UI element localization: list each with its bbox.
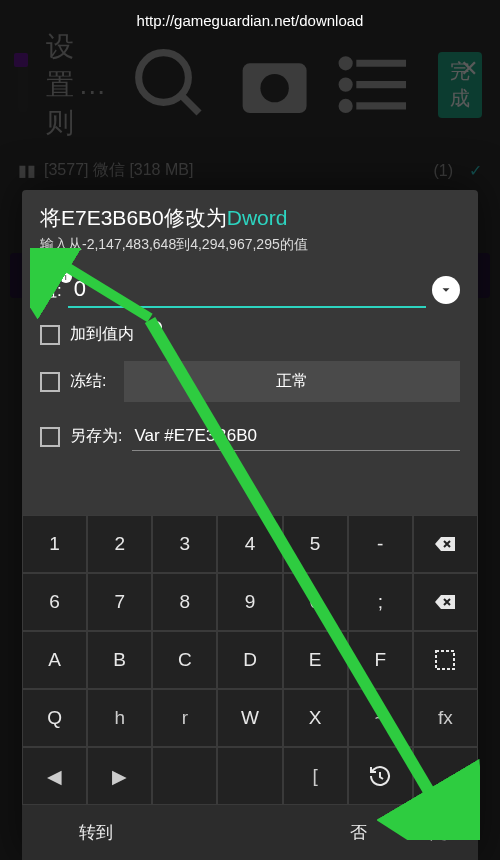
no-button[interactable]: 否: [318, 805, 398, 860]
chevron-down-icon: [439, 283, 453, 297]
key-r[interactable]: r: [152, 689, 217, 747]
info-icon: i: [150, 321, 162, 333]
key-w[interactable]: W: [217, 689, 282, 747]
dialog-title: 将E7E3B6B0修改为Dword: [40, 204, 460, 232]
key-b[interactable]: B: [87, 631, 152, 689]
svg-point-7: [342, 60, 349, 67]
value-input[interactable]: [68, 272, 426, 308]
svg-rect-15: [436, 651, 454, 669]
svg-point-9: [342, 103, 349, 110]
keypad: 12345-67890;ABCDEFQhrWX~fx◀▶[ 转到 否 是: [22, 515, 478, 860]
bg-title: 设置…则: [46, 28, 110, 142]
add-to-value-checkbox[interactable]: [40, 325, 60, 345]
freeze-label: 冻结:: [70, 371, 106, 392]
info-icon: i: [60, 271, 72, 283]
edit-value-dialog: 将E7E3B6B0修改为Dword 输入从-2,147,483,648到4,29…: [22, 190, 478, 860]
key-3[interactable]: 3: [152, 515, 217, 573]
key-empty: [217, 747, 282, 805]
key-;[interactable]: ;: [348, 573, 413, 631]
freeze-mode-button[interactable]: 正常: [124, 361, 460, 402]
select-all-icon: [433, 648, 457, 672]
process-label: [3577] 微信 [318 MB]: [44, 160, 193, 181]
saveas-input[interactable]: [132, 422, 460, 451]
url-bar: http://gameguardian.net/download: [0, 12, 500, 29]
key-empty: [413, 747, 478, 805]
key-▶[interactable]: ▶: [87, 747, 152, 805]
key-bk[interactable]: [413, 515, 478, 573]
key-~[interactable]: ~: [348, 689, 413, 747]
key-sel[interactable]: [413, 631, 478, 689]
svg-point-3: [260, 74, 288, 102]
key-[[interactable]: [: [283, 747, 348, 805]
key-2[interactable]: 2: [87, 515, 152, 573]
key-bk[interactable]: [413, 573, 478, 631]
key-q[interactable]: Q: [22, 689, 87, 747]
check-icon: ✓: [469, 161, 482, 180]
pause-icon: ▮▮: [18, 161, 36, 180]
search-icon: [128, 42, 213, 127]
backspace-icon: [433, 532, 457, 556]
dialog-subtitle: 输入从-2,147,483,648到4,294,967,295的值: [40, 236, 460, 254]
key-a[interactable]: A: [22, 631, 87, 689]
history-icon: [368, 764, 392, 788]
yes-button[interactable]: 是: [398, 805, 478, 860]
result-count: (1): [433, 162, 453, 180]
value-label: 值:i: [40, 279, 62, 302]
key-f[interactable]: F: [348, 631, 413, 689]
key-fx[interactable]: fx: [413, 689, 478, 747]
key-7[interactable]: 7: [87, 573, 152, 631]
key-8[interactable]: 8: [152, 573, 217, 631]
close-icon: ✕: [460, 56, 478, 82]
camera-icon: [232, 42, 317, 127]
key-d[interactable]: D: [217, 631, 282, 689]
saveas-checkbox[interactable]: [40, 427, 60, 447]
svg-point-8: [342, 81, 349, 88]
freeze-checkbox[interactable]: [40, 372, 60, 392]
svg-point-0: [139, 53, 189, 103]
key-5[interactable]: 5: [283, 515, 348, 573]
key-hist[interactable]: [348, 747, 413, 805]
saveas-label: 另存为:: [70, 426, 122, 447]
key-1[interactable]: 1: [22, 515, 87, 573]
app-icon: [18, 57, 28, 113]
key-x[interactable]: X: [283, 689, 348, 747]
svg-line-1: [182, 96, 200, 114]
key--[interactable]: -: [348, 515, 413, 573]
goto-button[interactable]: 转到: [22, 805, 170, 860]
key-h[interactable]: h: [87, 689, 152, 747]
key-0[interactable]: 0: [283, 573, 348, 631]
type-dropdown[interactable]: [432, 276, 460, 304]
key-c[interactable]: C: [152, 631, 217, 689]
key-empty: [152, 747, 217, 805]
add-to-value-label: 加到值内: [70, 324, 134, 345]
list-icon: [335, 42, 420, 127]
backspace-icon: [433, 590, 457, 614]
key-◀[interactable]: ◀: [22, 747, 87, 805]
key-6[interactable]: 6: [22, 573, 87, 631]
key-9[interactable]: 9: [217, 573, 282, 631]
key-4[interactable]: 4: [217, 515, 282, 573]
key-e[interactable]: E: [283, 631, 348, 689]
done-button: 完成✕: [438, 52, 482, 118]
